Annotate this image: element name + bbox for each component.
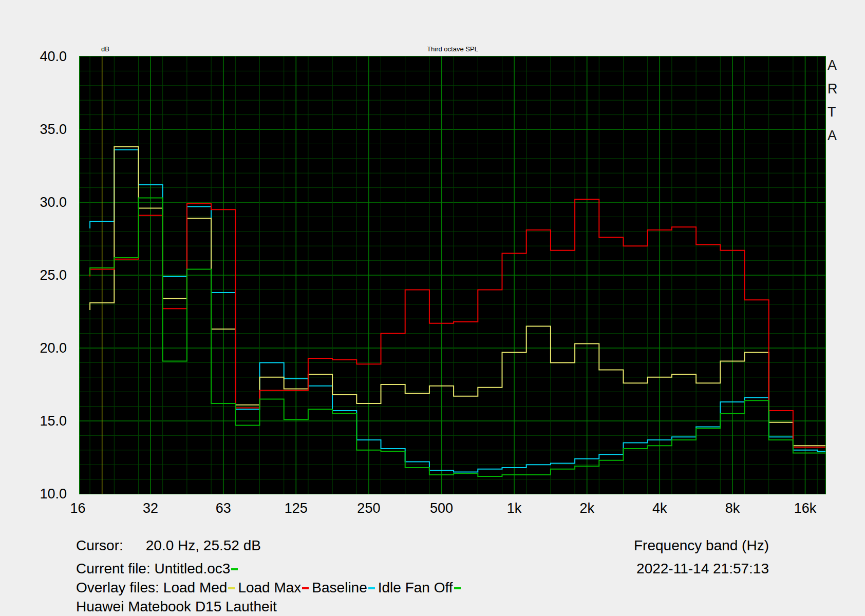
brand-letter-T-2: T xyxy=(828,104,848,120)
series-curve-baseline xyxy=(90,150,825,472)
x-tick-2k: 2k xyxy=(579,500,594,516)
x-axis-title: Frequency band (Hz) xyxy=(563,537,769,554)
current-file-row: Current file: Untitled.oc3 xyxy=(76,560,238,578)
x-tick-500: 500 xyxy=(430,500,453,516)
x-tick-16k: 16k xyxy=(794,500,817,516)
x-tick-32: 32 xyxy=(143,500,158,516)
x-tick-8k: 8k xyxy=(725,500,740,516)
overlay-legend-list: Load MedLoad MaxBaselineIdle Fan Off xyxy=(160,580,461,595)
timestamp: 2022-11-14 21:57:13 xyxy=(563,560,769,578)
overlay-name-idle-fan-off: Idle Fan Off xyxy=(378,580,453,595)
y-tick-30.0: 30.0 xyxy=(15,194,67,211)
overlay-files-row: Overlay files:Load MedLoad MaxBaselineId… xyxy=(76,579,461,596)
y-tick-40.0: 40.0 xyxy=(15,48,67,65)
device-note: Huawei Matebook D15 Lautheit xyxy=(76,598,277,615)
series-curve-idle-fan-off xyxy=(90,198,825,476)
x-tick-16: 16 xyxy=(70,500,85,516)
overlay-color-dash-load-med xyxy=(228,587,235,589)
series-curve-load-max xyxy=(90,199,825,447)
y-tick-35.0: 35.0 xyxy=(15,121,67,138)
spl-plot-area[interactable] xyxy=(80,56,825,494)
cursor-label: Cursor: xyxy=(76,537,123,553)
y-tick-20.0: 20.0 xyxy=(15,339,67,357)
y-tick-15.0: 15.0 xyxy=(15,412,67,430)
x-tick-4k: 4k xyxy=(652,500,667,516)
x-tick-63: 63 xyxy=(216,500,231,516)
overlay-name-load-max: Load Max xyxy=(238,580,301,595)
y-axis-unit-label: dB xyxy=(101,45,109,53)
y-tick-25.0: 25.0 xyxy=(15,266,67,284)
y-tick-10.0: 10.0 xyxy=(15,485,67,503)
cursor-readout: Cursor:20.0 Hz, 25.52 dB xyxy=(76,537,261,554)
overlay-files-label: Overlay files: xyxy=(76,580,159,595)
overlay-color-dash-baseline xyxy=(368,587,375,589)
x-tick-250: 250 xyxy=(357,500,380,516)
x-tick-1k: 1k xyxy=(507,500,522,516)
brand-letter-A-3: A xyxy=(828,128,848,143)
brand-letter-A-0: A xyxy=(828,57,848,73)
x-tick-125: 125 xyxy=(285,500,308,516)
cursor-value: 20.0 Hz, 25.52 dB xyxy=(146,537,261,553)
chart-title: Third octave SPL xyxy=(427,45,478,53)
overlay-color-dash-idle-fan-off xyxy=(454,587,461,589)
current-file-name: Untitled.oc3 xyxy=(155,561,231,576)
overlay-color-dash-load-max xyxy=(302,587,309,589)
current-file-color-dash xyxy=(231,568,238,570)
overlay-name-load-med: Load Med xyxy=(163,580,228,595)
overlay-name-baseline: Baseline xyxy=(312,580,367,595)
brand-letter-R-1: R xyxy=(828,81,848,97)
current-file-label: Current file: xyxy=(76,561,151,576)
series-curve-load-med xyxy=(90,147,825,446)
spl-plot-svg[interactable] xyxy=(80,56,825,494)
